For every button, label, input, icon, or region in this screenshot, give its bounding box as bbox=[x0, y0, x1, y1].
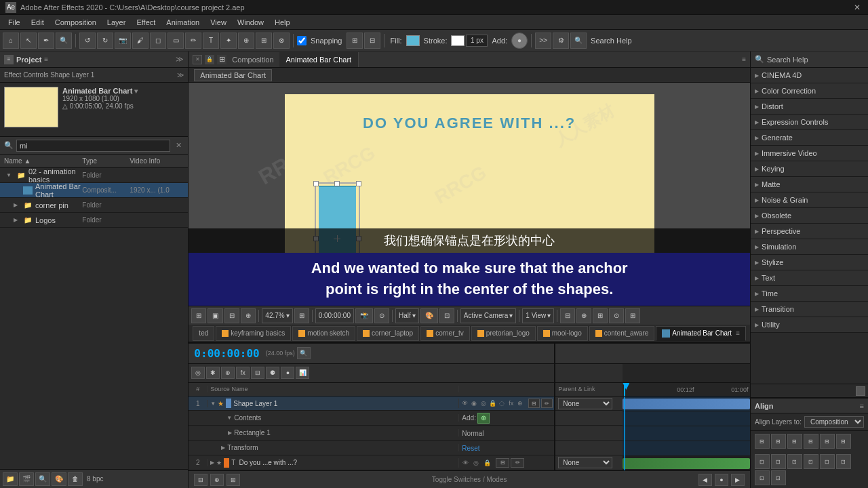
comp-region-btn[interactable]: ⊞ bbox=[191, 308, 206, 323]
align-center-h-btn[interactable]: ⊟ bbox=[771, 434, 786, 449]
tab-motion[interactable]: motion sketch bbox=[292, 326, 355, 341]
project-menu[interactable]: ≡ bbox=[44, 56, 48, 63]
comp-snap-btn[interactable]: 📸 bbox=[355, 308, 373, 323]
puppet-tool[interactable]: ⊕ bbox=[238, 33, 254, 49]
comp-render2-btn[interactable]: ⊟ bbox=[560, 308, 575, 323]
shape-tool2[interactable]: ⊞ bbox=[256, 33, 272, 49]
list-item[interactable]: ▶ 📁 corner pin Folder bbox=[0, 198, 188, 213]
comp-align2-btn[interactable]: ⊞ bbox=[593, 308, 608, 323]
comp-breadcrumb-label[interactable]: Animated Bar Chart bbox=[194, 69, 272, 81]
comp-light-btn[interactable]: ⊙ bbox=[609, 308, 624, 323]
menu-window[interactable]: Window bbox=[232, 17, 269, 28]
menu-effect[interactable]: Effect bbox=[131, 17, 161, 28]
tl-switch-transform2[interactable]: ⊟ bbox=[496, 458, 509, 468]
stroke-width[interactable]: 1 px bbox=[466, 35, 488, 47]
tl-switch-lock1[interactable]: 🔒 bbox=[488, 399, 496, 408]
comp-more-btn[interactable]: ⊞ bbox=[625, 308, 640, 323]
menu-layer[interactable]: Layer bbox=[102, 17, 132, 28]
tab-corner-laptop[interactable]: corner_laptop bbox=[357, 326, 419, 341]
dist-left-btn[interactable]: ⊡ bbox=[755, 454, 770, 469]
tl-bottom-btn1[interactable]: ⊟ bbox=[194, 474, 208, 486]
more-tools-btn[interactable]: >> bbox=[535, 33, 551, 49]
menu-view[interactable]: View bbox=[205, 17, 232, 28]
time-display[interactable]: 0:00:00:00 bbox=[315, 308, 354, 323]
snapping-checkbox[interactable] bbox=[297, 36, 307, 45]
effects-group-simulation-header[interactable]: ▶ Simulation bbox=[751, 239, 868, 254]
effects-group-distort-header[interactable]: ▶ Distort bbox=[751, 99, 868, 114]
new-comp-btn[interactable]: 🎬 bbox=[19, 472, 34, 486]
find-btn[interactable]: 🔍 bbox=[35, 472, 50, 486]
tl-bottom-btn2[interactable]: ⊕ bbox=[210, 474, 224, 486]
tl-solo-btn[interactable]: ◎ bbox=[191, 367, 205, 379]
tab-content[interactable]: content_aware bbox=[589, 326, 655, 341]
dist-top-btn[interactable]: ⊡ bbox=[804, 454, 818, 469]
shape-rect[interactable]: ▭ bbox=[167, 33, 184, 49]
search-input[interactable] bbox=[16, 140, 170, 152]
tl-layer-2[interactable]: 2 ▶ ★ T Do you ...e with ...? 👁 ◎ 🔒 bbox=[189, 455, 554, 470]
tl-track-btn[interactable]: ⊟ bbox=[251, 367, 264, 379]
list-item[interactable]: ▶ 📁 Logos Folder bbox=[0, 213, 188, 228]
quality-dropdown[interactable]: Half ▾ bbox=[395, 308, 419, 323]
effects-group-matte-header[interactable]: ▶ Matte bbox=[751, 177, 868, 192]
comp-reset-btn[interactable]: ⊞ bbox=[294, 308, 309, 323]
tab-animated-bar[interactable]: Animated Bar Chart ≡ bbox=[656, 326, 746, 341]
search-btn[interactable]: 🔍 bbox=[570, 33, 587, 49]
handle-tl[interactable] bbox=[313, 181, 319, 186]
comp-safe-btn[interactable]: ⊟ bbox=[224, 308, 239, 323]
pen-tool[interactable]: ✒ bbox=[38, 33, 54, 49]
dist-bottom-btn[interactable]: ⊡ bbox=[836, 454, 851, 469]
text-tool[interactable]: T bbox=[203, 33, 219, 49]
handle-mt[interactable] bbox=[334, 181, 340, 186]
tab-corner-tv[interactable]: corner_tv bbox=[420, 326, 470, 341]
delete-btn[interactable]: 🗑 bbox=[68, 472, 83, 486]
comp-menu-btn[interactable]: ≡ bbox=[742, 56, 746, 63]
search-clear-button[interactable]: ✕ bbox=[173, 140, 184, 151]
tl-switch-solo2[interactable]: ◎ bbox=[471, 458, 481, 468]
effects-group-keying-header[interactable]: ▶ Keying bbox=[751, 161, 868, 176]
effects-group-cinema4d-header[interactable]: ▶ CINEMA 4D bbox=[751, 68, 868, 83]
menu-edit[interactable]: Edit bbox=[26, 17, 50, 28]
tl-switch-solo1[interactable]: ◎ bbox=[479, 399, 488, 408]
layer2-expand[interactable]: ▶ bbox=[210, 460, 214, 466]
effects-group-time-header[interactable]: ▶ Time bbox=[751, 286, 868, 301]
stroke-color[interactable] bbox=[451, 35, 465, 46]
dist-extra1-btn[interactable]: ⊡ bbox=[755, 470, 770, 485]
transform-expand[interactable]: ▶ bbox=[221, 445, 225, 451]
comp-preview-btn[interactable]: ▣ bbox=[208, 308, 223, 323]
contents-add-btn[interactable]: ⊕ bbox=[477, 413, 490, 424]
layer1-expand[interactable]: ▼ bbox=[210, 401, 216, 407]
menu-file[interactable]: File bbox=[3, 17, 26, 28]
tl-motion-btn[interactable]: ✱ bbox=[206, 367, 220, 379]
effects-group-generate-header[interactable]: ▶ Generate bbox=[751, 130, 868, 145]
views-dropdown[interactable]: 1 View ▾ bbox=[522, 308, 554, 323]
eraser-tool[interactable]: ◻ bbox=[150, 33, 166, 49]
dist-center-v-btn[interactable]: ⊡ bbox=[820, 454, 835, 469]
add-color-btn[interactable]: ● bbox=[511, 33, 528, 49]
tl-bottom-btn6[interactable]: ▶ bbox=[731, 474, 745, 486]
comp-render-btn[interactable]: ⊙ bbox=[374, 308, 389, 323]
col-type-header[interactable]: Type bbox=[82, 157, 130, 165]
camera-dropdown[interactable]: Active Camera ▾ bbox=[460, 308, 517, 323]
effects-group-obsolete-header[interactable]: ▶ Obsolete bbox=[751, 208, 868, 223]
rotate-right[interactable]: ↻ bbox=[97, 33, 113, 49]
grid-icon[interactable]: ⊟ bbox=[364, 33, 380, 49]
tl-bottom-btn4[interactable]: ◀ bbox=[698, 474, 712, 486]
tl-parent-dropdown-1[interactable]: None bbox=[558, 398, 612, 409]
color-btn[interactable]: 🎨 bbox=[52, 472, 66, 486]
rotate-left[interactable]: ↺ bbox=[79, 33, 96, 49]
handle-tr[interactable] bbox=[356, 181, 361, 186]
tl-blending-btn[interactable]: ⊕ bbox=[221, 367, 235, 379]
effects-group-text-header[interactable]: ▶ Text bbox=[751, 270, 868, 285]
comp-draft-btn[interactable]: ⊕ bbox=[576, 308, 591, 323]
list-item[interactable]: Animated Bar Chart Composit... 1920 x...… bbox=[0, 183, 188, 198]
rect-expand[interactable]: ▶ bbox=[228, 430, 232, 436]
search-tool[interactable]: 🔍 bbox=[56, 33, 72, 49]
effects-group-transition-header[interactable]: ▶ Transition bbox=[751, 302, 868, 317]
clone-tool[interactable]: ⊗ bbox=[273, 33, 290, 49]
tab-mooi[interactable]: mooi-logo bbox=[537, 326, 588, 341]
align-menu-btn[interactable]: ≡ bbox=[860, 402, 864, 410]
effect-controls-tab[interactable]: Effect Controls Shape Layer 1 ≫ bbox=[0, 68, 188, 83]
menu-help[interactable]: Help bbox=[269, 17, 296, 28]
effects-group-utility-header[interactable]: ▶ Utility bbox=[751, 317, 868, 332]
align-left-btn[interactable]: ⊟ bbox=[755, 434, 770, 449]
